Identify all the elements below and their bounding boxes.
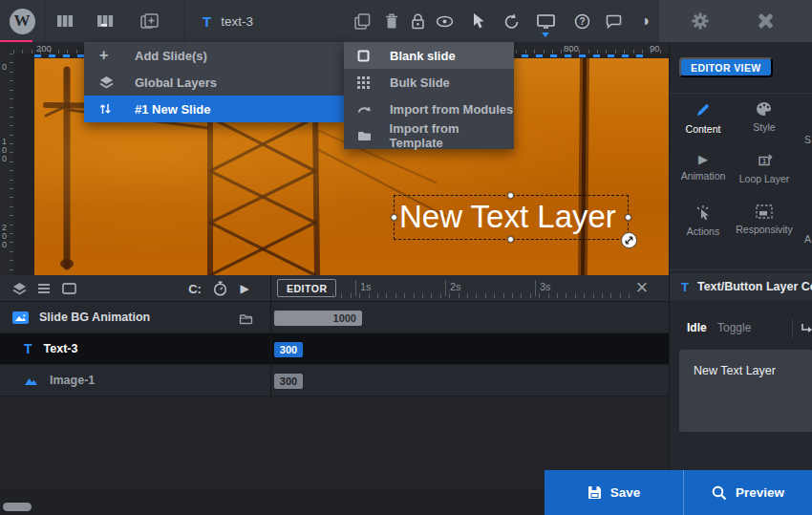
tab-idle[interactable]: Idle [687, 321, 707, 334]
bg-media-folder-icon[interactable] [239, 311, 253, 329]
add-module-button[interactable] [137, 0, 161, 42]
undo-button[interactable] [500, 0, 524, 42]
add-module-icon [140, 13, 159, 29]
palette-icon [756, 101, 773, 117]
ruler-label: 100 [2, 138, 10, 163]
panel-divider [670, 269, 812, 270]
resize-handle-left[interactable] [391, 214, 397, 221]
panel-divider [670, 93, 812, 94]
device-view-button[interactable] [533, 0, 558, 42]
close-timeline-button[interactable]: × [629, 274, 655, 301]
tab-advanced-cut[interactable]: A [804, 233, 811, 245]
lock-layer-button[interactable] [405, 0, 430, 42]
contrast-button[interactable]: ◑ [632, 0, 657, 42]
timeline-editor-mode-button[interactable]: EDITOR [277, 279, 336, 297]
duration-bar[interactable]: 300 [274, 374, 303, 389]
wrap-arrow-icon[interactable] [800, 321, 812, 338]
duplicate-layer-button[interactable] [350, 0, 374, 42]
hamburger-icon [37, 283, 51, 294]
pointer-tool-button[interactable] [464, 0, 489, 42]
addons-cross-icon [756, 11, 775, 31]
lock-icon [411, 13, 425, 30]
tab-content[interactable]: Content [675, 101, 731, 147]
wordpress-logo-icon: W [10, 9, 35, 34]
layers-view-button[interactable] [8, 275, 31, 302]
toolbar-right-section [659, 0, 812, 42]
timing-button[interactable] [208, 275, 231, 302]
layer-text-input[interactable]: New Text Layer [679, 350, 812, 432]
menu-item-slide-1[interactable]: #1 New Slide [84, 96, 344, 122]
frame-view-button[interactable] [57, 275, 80, 302]
tab-animation[interactable]: ▶ Animation [675, 153, 731, 199]
layers-icon [99, 75, 122, 89]
menu-item-global-layers[interactable]: Global Layers [84, 69, 344, 96]
wordpress-button[interactable]: W [8, 0, 36, 42]
addons-button[interactable] [753, 0, 778, 42]
menu-item-bulk-slide[interactable]: Bulk Slide [344, 69, 514, 96]
tab-size-pos-cut[interactable]: S [804, 134, 811, 145]
list-view-button[interactable] [32, 275, 55, 302]
horizontal-scrollbar[interactable] [3, 503, 32, 511]
comment-icon [606, 14, 622, 29]
tab-actions[interactable]: Actions [675, 204, 731, 250]
tab-loop-layer[interactable]: 1 Loop Layer [737, 153, 792, 199]
layer-settings-title: Text/Button Layer Co [697, 280, 812, 293]
settings-button[interactable] [688, 0, 713, 42]
contrast-icon: ◑ [640, 13, 650, 29]
layer-settings-header: T Text/Button Layer Co [670, 273, 812, 300]
text-layer-type-icon: T [24, 341, 32, 356]
slide-list-icon [56, 14, 74, 28]
preview-button[interactable]: Preview [684, 470, 812, 515]
text-layer-content[interactable]: New Text Layer [395, 196, 628, 238]
timeline-track-divider [270, 275, 271, 397]
resize-corner-handle[interactable] [621, 232, 637, 248]
vertical-ruler-ticks [10, 54, 13, 275]
menu-item-blank-slide[interactable]: Blank slide [344, 42, 514, 69]
ruler-label: 0 [2, 63, 10, 72]
stopwatch-icon [213, 281, 227, 296]
selected-text-layer[interactable]: New Text Layer [394, 195, 629, 240]
visibility-button[interactable] [432, 0, 457, 42]
layer-text-value: New Text Layer [679, 350, 812, 377]
toolbar-divider [44, 0, 45, 42]
timeline-toolbar: C: ▶ EDITOR 1s 2s 3s × [0, 275, 669, 302]
timeline-row-text-3[interactable]: T Text-3 300 [0, 333, 669, 365]
feedback-button[interactable] [601, 0, 626, 42]
tab-toggle[interactable]: Toggle [717, 321, 751, 334]
tab-style[interactable]: Style [737, 101, 792, 147]
second-tick [445, 280, 446, 296]
help-button[interactable]: ? [569, 0, 594, 42]
folder-icon [357, 131, 380, 141]
monitor-icon [537, 14, 555, 29]
resize-handle-bottom[interactable] [507, 236, 514, 243]
help-icon: ? [574, 13, 590, 30]
save-preview-bar: Save Preview [545, 470, 812, 515]
editor-view-button[interactable]: EDITOR VIEW [679, 57, 773, 77]
cycle-icon: C: [188, 282, 202, 296]
resize-handle-top[interactable] [507, 192, 514, 199]
pointer-icon [470, 12, 484, 30]
save-button[interactable]: Save [545, 470, 683, 515]
timeline-row-slide-bg[interactable]: Slide BG Animation 1000 [0, 302, 669, 333]
frame-icon [62, 283, 76, 294]
slide-list-button[interactable] [53, 0, 77, 42]
timeline-row-image-1[interactable]: Image-1 300 [0, 365, 669, 397]
slide-overview-button[interactable] [93, 0, 118, 42]
resize-handle-right[interactable] [625, 214, 631, 221]
loop-cycle-button[interactable]: C: [183, 275, 206, 302]
timeline-row-name: Text-3 [44, 342, 78, 355]
menu-item-import-modules[interactable]: Import from Modules [344, 96, 514, 122]
layer-state-tabs: Idle Toggle [670, 317, 812, 340]
text-layer-type-icon: T [203, 13, 211, 30]
ruler-label: 200 [36, 43, 52, 54]
duration-bar[interactable]: 1000 [274, 311, 362, 326]
vertical-ruler: 0 100 200 [0, 54, 13, 275]
image-layer-type-icon [24, 376, 38, 386]
menu-item-import-template[interactable]: Import from Template [344, 122, 514, 149]
text-layer-type-icon: T [681, 280, 689, 294]
delete-layer-button[interactable] [379, 0, 404, 42]
duration-bar[interactable]: 300 [274, 342, 303, 357]
tab-responsivity[interactable]: Responsivity [737, 204, 792, 250]
menu-item-add-slides[interactable]: + Add Slide(s) [84, 42, 344, 69]
play-timeline-button[interactable]: ▶ [233, 275, 256, 302]
